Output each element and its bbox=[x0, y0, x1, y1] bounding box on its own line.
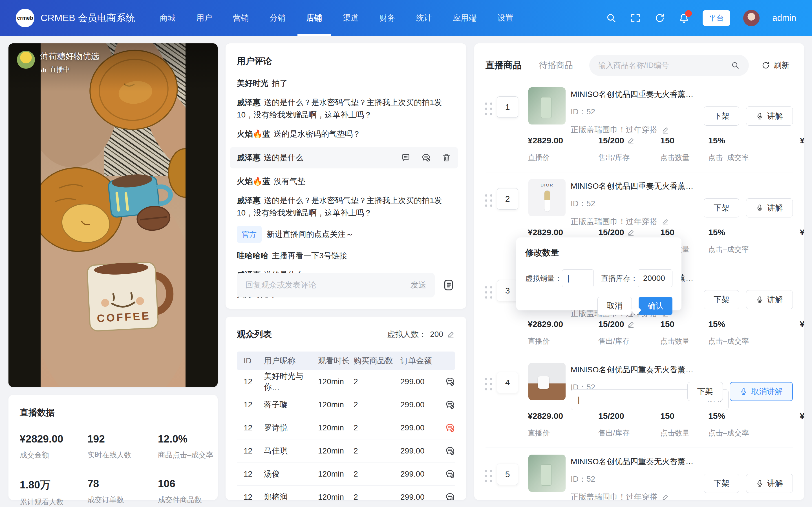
menu-item-渠道[interactable]: 渠道 bbox=[343, 0, 359, 36]
menu-item-店铺[interactable]: 店铺 bbox=[306, 0, 322, 36]
viewer-amount: 299.00 bbox=[400, 400, 443, 409]
viewer-row: 12郑榕润120min2299.00 bbox=[237, 486, 455, 500]
take-down-button[interactable]: 下架 bbox=[704, 198, 739, 217]
viewers-column-header: 观看时长 bbox=[318, 355, 354, 366]
mute-user-icon[interactable] bbox=[445, 377, 455, 387]
menu-item-分销[interactable]: 分销 bbox=[269, 0, 285, 36]
mute-user-icon[interactable] bbox=[445, 423, 455, 433]
stat-label: 实时在线人数 bbox=[87, 450, 158, 460]
menu-item-用户[interactable]: 用户 bbox=[196, 0, 212, 36]
take-down-button[interactable]: 下架 bbox=[704, 107, 739, 126]
comment-input[interactable]: 回复观众或发表评论 发送 bbox=[237, 273, 435, 297]
reply-comment-icon[interactable] bbox=[401, 153, 410, 163]
edit-pencil-icon[interactable] bbox=[627, 320, 635, 328]
viewer-id: 12 bbox=[237, 424, 264, 432]
platform-badge[interactable]: 平台 bbox=[703, 10, 730, 26]
drag-handle-icon[interactable] bbox=[485, 286, 492, 298]
mic-icon bbox=[740, 388, 748, 395]
drag-handle-icon[interactable] bbox=[485, 194, 492, 207]
mute-viewer-button[interactable] bbox=[443, 377, 455, 387]
stat-label: 点击–成交率 bbox=[708, 244, 776, 255]
virtual-sales-input[interactable]: | bbox=[562, 269, 594, 287]
stat-label: 成交订单数 bbox=[87, 495, 158, 505]
fullscreen-icon[interactable] bbox=[630, 12, 641, 24]
menu-item-财务[interactable]: 财务 bbox=[379, 0, 395, 36]
menu-item-设置[interactable]: 设置 bbox=[497, 0, 513, 36]
take-down-button[interactable]: 下架 bbox=[688, 382, 723, 401]
stat-value: 15/200 bbox=[598, 136, 660, 145]
mute-viewer-button[interactable] bbox=[443, 423, 455, 433]
username[interactable]: admin bbox=[772, 13, 796, 23]
refresh-products-button[interactable]: 刷新 bbox=[761, 60, 790, 71]
mute-user-icon[interactable] bbox=[421, 153, 431, 163]
product-id: ID：52 bbox=[571, 107, 694, 117]
edit-pencil-icon[interactable] bbox=[661, 218, 669, 226]
drag-handle-icon[interactable] bbox=[485, 378, 492, 390]
edit-pencil-icon[interactable] bbox=[661, 126, 669, 134]
search-icon[interactable] bbox=[606, 12, 617, 24]
viewer-name: 马佳琪 bbox=[264, 446, 318, 456]
menu-item-统计[interactable]: 统计 bbox=[416, 0, 432, 36]
live-stat: 192实时在线人数 bbox=[87, 433, 158, 460]
send-button[interactable]: 发送 bbox=[410, 280, 426, 290]
stat-label: 点击数量 bbox=[660, 336, 708, 346]
take-down-button[interactable]: 下架 bbox=[704, 290, 739, 309]
explain-button[interactable]: 讲解 bbox=[746, 474, 793, 493]
product-order-badge: 1 bbox=[497, 96, 518, 118]
refresh-icon[interactable] bbox=[654, 12, 665, 24]
search-icon[interactable] bbox=[731, 61, 740, 70]
tab-pending-products[interactable]: 待播商品 bbox=[539, 60, 573, 71]
menu-item-应用端[interactable]: 应用端 bbox=[453, 0, 476, 36]
mute-user-icon[interactable] bbox=[445, 446, 455, 456]
drag-handle-icon[interactable] bbox=[485, 470, 492, 482]
edit-pencil-icon[interactable] bbox=[627, 136, 635, 145]
product-search-input[interactable]: 输入商品名称/ID编号 bbox=[589, 55, 749, 76]
stat-value: ¥2829.00 bbox=[528, 320, 598, 329]
stat-label: 直播价 bbox=[528, 428, 598, 438]
quick-comment-list-icon[interactable] bbox=[442, 279, 455, 291]
explain-button[interactable]: 讲解 bbox=[746, 290, 793, 309]
delete-comment-icon[interactable] bbox=[442, 153, 451, 163]
mute-viewer-button[interactable] bbox=[443, 469, 455, 479]
viewer-id: 12 bbox=[237, 446, 264, 455]
edit-pencil-icon[interactable] bbox=[447, 330, 455, 339]
viewers-column-header: 购买商品数 bbox=[354, 355, 400, 366]
drag-handle-icon[interactable] bbox=[485, 103, 492, 115]
take-down-button[interactable]: 下架 bbox=[704, 474, 739, 493]
viewer-name: 美好时光与你… bbox=[264, 371, 318, 392]
mute-viewer-button[interactable] bbox=[443, 492, 455, 500]
explain-button[interactable]: 讲解 bbox=[746, 107, 793, 126]
stat-label: 点击–成交率 bbox=[708, 428, 776, 438]
product-stat: 15%点击–成交率 bbox=[708, 411, 776, 438]
viewers-card: 观众列表 虚拟人数：200 ID用户昵称观看时长购买商品数订单金额 12美好时光… bbox=[225, 317, 466, 500]
mute-viewer-button[interactable] bbox=[443, 446, 455, 456]
menu-item-商城[interactable]: 商城 bbox=[160, 0, 175, 36]
mute-user-icon[interactable] bbox=[445, 400, 455, 410]
product-stat: 150点击数量 bbox=[660, 411, 708, 438]
confirm-button[interactable]: 确认 bbox=[639, 297, 672, 315]
stat-label: 商品点击–成交率 bbox=[158, 450, 213, 460]
viewer-duration: 120min bbox=[318, 377, 354, 386]
cancel-button[interactable]: 取消 bbox=[598, 297, 632, 315]
product-order-badge: 2 bbox=[497, 188, 518, 210]
mic-icon bbox=[756, 296, 764, 304]
tab-live-products[interactable]: 直播商品 bbox=[486, 59, 522, 71]
live-stock-input[interactable]: 20000 bbox=[638, 269, 672, 287]
product-stat: 15%点击–成交率 bbox=[708, 228, 776, 255]
signal-bars-icon bbox=[40, 66, 47, 73]
menu-item-营销[interactable]: 营销 bbox=[233, 0, 249, 36]
mute-user-icon[interactable] bbox=[445, 469, 455, 479]
explain-button[interactable]: 讲解 bbox=[746, 198, 793, 217]
viewer-row: 12美好时光与你…120min2299.00 bbox=[237, 370, 455, 393]
mute-user-icon[interactable] bbox=[445, 492, 455, 500]
comment-text: 送的是什么 bbox=[264, 152, 303, 164]
edit-pencil-icon[interactable] bbox=[627, 228, 635, 236]
stat-value: 15% bbox=[708, 228, 776, 237]
mute-viewer-button[interactable] bbox=[443, 400, 455, 410]
viewer-amount: 299.00 bbox=[400, 493, 443, 500]
edit-pencil-icon[interactable] bbox=[661, 493, 669, 500]
bell-icon[interactable] bbox=[678, 12, 690, 24]
stat-value: ¥2829.00 bbox=[20, 433, 87, 445]
user-avatar[interactable] bbox=[743, 10, 760, 26]
explain-button[interactable]: 取消讲解 bbox=[730, 382, 793, 401]
